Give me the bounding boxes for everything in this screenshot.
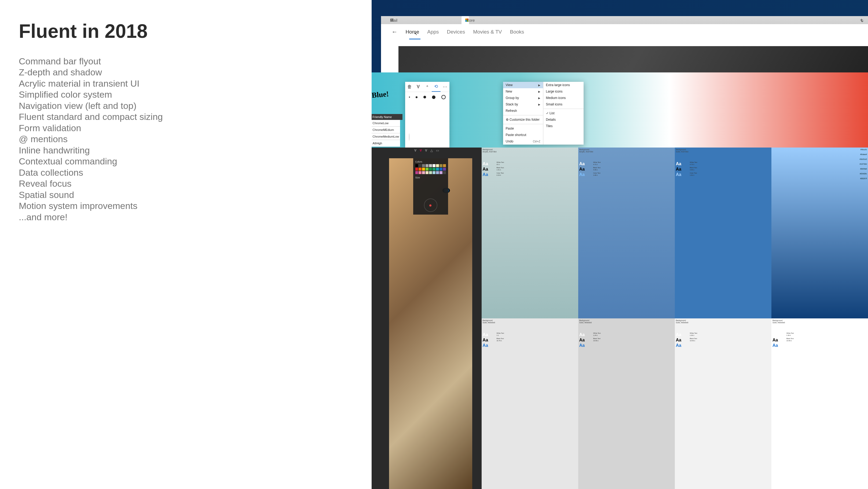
palette-cell[interactable] [433,171,435,174]
palette-cell[interactable] [422,164,425,167]
palette-cell[interactable] [426,164,429,167]
palette-cell[interactable] [433,164,435,167]
trash-icon[interactable]: 🗑 [405,82,414,92]
window-tabbar: ☰ ✉ Mail Store + ⌄ [381,16,868,24]
more-icon[interactable]: ⋯ [441,82,450,92]
tool-icon[interactable]: ∀ [420,149,422,152]
thickness-option[interactable] [441,95,446,99]
palette-cell[interactable] [443,171,446,174]
tile-meta: 1.26:1 [690,334,694,337]
menu-item-label: Small icons [546,102,562,106]
size-handle[interactable] [429,204,431,206]
tool-icon[interactable]: ∀ [414,149,416,152]
nav-apps[interactable]: Apps [427,29,439,35]
contrast-sample: Aa [483,343,488,348]
menu-item[interactable]: Extra large icons [543,82,584,88]
palette-cell[interactable] [436,168,439,171]
contrast-sample: Aa [579,167,585,172]
palette-cell[interactable] [415,171,418,174]
palette-cell[interactable] [429,168,432,171]
contrast-sample: Aa [773,338,778,343]
menu-item[interactable]: Stack by▶ [503,101,543,107]
color-hex: #00267f [860,177,867,180]
palette-cell[interactable] [433,168,435,171]
design-tile: BackgroundSolid, #e6e6e6AaAaAaWhite Text… [578,318,675,489]
back-button[interactable]: ← [392,28,398,35]
contrast-sample: Aa [579,343,585,348]
menu-item[interactable]: Refresh [503,107,543,114]
text-format-icon[interactable]: ᵃ [423,82,432,92]
tile-meta: 13.06:1 [786,340,792,342]
menu-item[interactable]: New▶ [503,88,543,95]
table-row[interactable]: ChromeMEdium [372,127,400,133]
menu-item[interactable]: Small icons [543,101,584,107]
palette-cell[interactable] [443,164,446,167]
menu-item-label: Paste shortcut [506,133,526,137]
tile-meta: 1.65:1 [593,174,598,176]
tile-meta: 1:1 [497,334,499,337]
menu-item[interactable]: Paste shortcut [503,132,543,138]
feature-item: Navigation view (left and top) [19,100,358,111]
menu-item-label: ⚙ Customize this folder [506,118,539,122]
palette-cell[interactable] [422,171,425,174]
palette-cell[interactable] [439,164,442,167]
palette-cell[interactable] [415,164,418,167]
palette-cell[interactable] [418,164,422,167]
palette-cell[interactable] [439,168,442,171]
tool-icon[interactable]: ∀ [425,149,427,152]
nav-devices[interactable]: Devices [447,29,465,35]
tab-mail[interactable]: ☰ ✉ Mail [386,16,394,24]
palette-cell[interactable] [415,168,418,171]
color-flyout: 🗑 ∀ ᵃ ⟲ ⋯ [405,82,450,148]
menu-item[interactable]: View▶ [503,82,543,88]
palette-cell[interactable] [418,168,422,171]
context-menu-primary: View▶New▶Group by▶Stack by▶Refresh⚙ Cust… [503,82,543,144]
tile-header: BackgroundAcrylic, #10736d [579,149,593,153]
tile-header: BackgroundSolid, #10736d [676,149,688,153]
highlight-icon[interactable]: ∀ [414,82,423,92]
contrast-sample: Aa [579,172,585,177]
menu-item[interactable]: Tiles [543,123,584,129]
new-tab-controls[interactable]: + ⌄ [856,16,864,24]
tile-meta: White Text [497,161,504,164]
palette-cell[interactable] [426,171,429,174]
palette-cell[interactable] [429,171,432,174]
menu-item[interactable]: Group by▶ [503,95,543,101]
palette-cell[interactable] [443,168,446,171]
menu-item[interactable]: UndoCtrl+Z [503,138,543,144]
menu-item[interactable]: ⚙ Customize this folder [503,117,543,123]
photo-editor: ∀∀∀△▭ Colors Size [372,148,482,489]
thickness-option[interactable] [424,96,426,98]
menu-item[interactable]: Large icons [543,88,584,95]
table-row[interactable]: ChromeLow [372,120,400,127]
palette-cell[interactable] [429,164,432,167]
palette-cell[interactable] [422,168,425,171]
table-row[interactable]: AltHigh [372,140,400,147]
menu-item[interactable]: ✓ List [543,110,584,117]
nav-books[interactable]: Books [510,29,524,35]
tool-icon[interactable]: △ [430,149,433,152]
contrast-sample: Aa [579,161,585,166]
palette-cell[interactable] [418,171,422,174]
palette-cell[interactable] [436,171,439,174]
menu-item[interactable]: Details [543,117,584,123]
transform-icon[interactable]: ⟲ [432,82,441,92]
table-row[interactable]: ChromeMediumLow [372,133,400,140]
chevron-down-icon[interactable]: ⌄ [860,17,865,23]
menu-shortcut: Ctrl+Z [533,140,540,143]
tab-store[interactable]: Store [462,16,469,24]
palette-cell[interactable] [439,171,442,174]
tile-header: BackgroundSolid, #e6e6e6 [773,320,785,324]
menu-item[interactable]: Medium icons [543,95,584,101]
thickness-option[interactable] [415,96,417,98]
thickness-option[interactable] [409,97,410,98]
menu-item-label: Extra large icons [546,83,570,87]
menu-item[interactable]: Paste [503,125,543,132]
palette-cell[interactable] [426,168,429,171]
tool-icon[interactable]: ▭ [436,149,439,152]
contrast-sample: Aa [483,161,488,166]
nav-movies[interactable]: Movies & TV [473,29,502,35]
palette-cell[interactable] [436,164,439,167]
color-swatch[interactable] [409,133,409,141]
thickness-option[interactable] [432,96,435,99]
